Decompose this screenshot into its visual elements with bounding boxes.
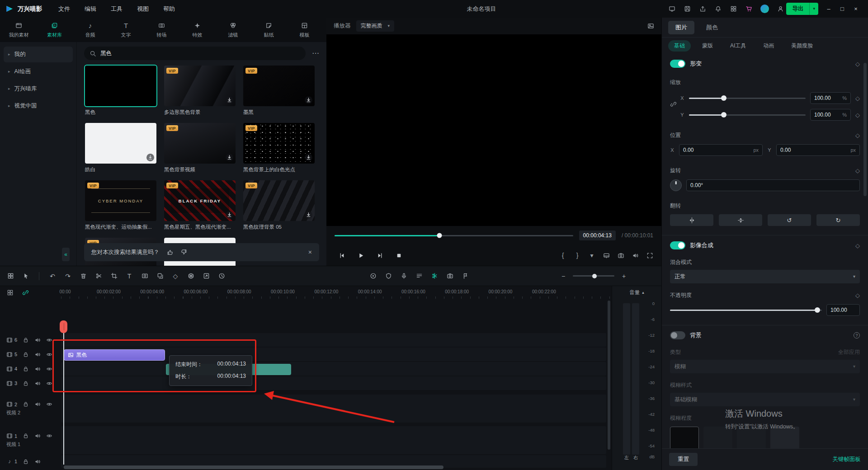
play-button[interactable]	[357, 252, 365, 259]
brace-out-icon[interactable]: }	[574, 252, 581, 259]
keyframe-icon[interactable]: ◇	[855, 112, 860, 118]
preview-image-icon[interactable]	[647, 23, 654, 29]
zoom-in-icon[interactable]: +	[620, 272, 628, 280]
blur-preset[interactable]	[703, 427, 732, 448]
speaker-icon[interactable]	[34, 380, 41, 386]
snapshot-icon[interactable]	[617, 252, 624, 259]
share-icon[interactable]	[699, 5, 707, 13]
position-y-input[interactable]: 0.00px	[776, 144, 860, 156]
media-item[interactable]: VIP 墨黑	[243, 66, 315, 116]
thumb-up-icon[interactable]	[166, 249, 174, 256]
bg-type-dropdown[interactable]: 模糊 ▾	[670, 360, 860, 373]
seek-handle[interactable]	[437, 233, 442, 238]
download-icon[interactable]	[226, 96, 233, 104]
tab-1[interactable]: 颜色	[699, 21, 725, 34]
shield-icon[interactable]	[385, 272, 393, 280]
eye-icon[interactable]	[46, 351, 52, 357]
zoom-out-icon[interactable]: −	[559, 272, 567, 280]
lock-icon[interactable]	[23, 401, 29, 408]
menu-item-3[interactable]: 视图	[137, 5, 149, 13]
prev-frame-button[interactable]	[338, 252, 346, 259]
speaker-icon[interactable]	[34, 337, 41, 343]
track-lane[interactable]	[61, 362, 606, 376]
media-item[interactable]: VIP 黑色背景上的白色光点	[243, 123, 315, 173]
lock-icon[interactable]	[23, 337, 29, 343]
lock-icon[interactable]	[23, 366, 29, 372]
text-tool-icon[interactable]: T	[125, 272, 133, 280]
marker-icon[interactable]	[462, 272, 470, 280]
track-lane[interactable]	[61, 333, 606, 347]
blur-style-dropdown[interactable]: 基础模糊 ▾	[670, 393, 860, 406]
media-tab-audio[interactable]: ♪ 音频	[72, 22, 108, 38]
timeline-ruler[interactable]: 00:0000:00:02:0000:00:04:0000:00:06:0000…	[61, 286, 612, 299]
mask-icon[interactable]	[141, 272, 149, 280]
redo-icon[interactable]: ↷	[64, 272, 72, 280]
speaker-icon[interactable]	[34, 433, 41, 439]
chevron-down-icon[interactable]: ▾	[588, 252, 595, 259]
scale-y-slider[interactable]	[689, 114, 806, 116]
position-x-input[interactable]: 0.00px	[679, 144, 763, 156]
link-scale-icon[interactable]	[670, 101, 677, 108]
scissors-icon[interactable]	[94, 272, 103, 280]
trash-icon[interactable]	[79, 272, 87, 280]
media-tab-stickers[interactable]: 贴纸	[251, 22, 287, 38]
blend-mode-dropdown[interactable]: 正常 ▾	[670, 270, 860, 283]
pan-zoom-icon[interactable]	[202, 272, 210, 280]
undo-icon[interactable]: ↶	[48, 272, 57, 280]
collapse-sidebar-button[interactable]: «	[62, 248, 70, 261]
zoom-slider[interactable]	[573, 275, 614, 277]
export-button[interactable]: 导出 ▾	[786, 3, 818, 15]
media-tab-my-media[interactable]: 我的素材	[1, 22, 37, 38]
search-input[interactable]: 黑色	[84, 47, 306, 60]
transform-toggle[interactable]	[670, 60, 685, 68]
preview-viewport[interactable]	[326, 34, 661, 226]
expand-icon[interactable]	[646, 252, 653, 259]
keyframe-icon[interactable]: ◇	[855, 61, 860, 67]
lock-icon[interactable]	[23, 433, 29, 439]
eye-icon[interactable]	[46, 366, 52, 372]
opacity-slider[interactable]	[670, 310, 822, 311]
quality-dropdown[interactable]: 完整画质 ▾	[356, 20, 395, 32]
tab-0[interactable]: 图片	[668, 21, 694, 34]
select-icon[interactable]	[22, 272, 30, 280]
keyframe-icon[interactable]: ◇	[855, 243, 860, 249]
download-icon[interactable]	[305, 211, 312, 219]
subtab-3[interactable]: 动画	[757, 40, 780, 52]
export-chevron-icon[interactable]: ▾	[809, 3, 818, 15]
media-item[interactable]: VIP 多边形黑色背景	[164, 66, 236, 116]
render-icon[interactable]	[369, 272, 377, 280]
background-toggle[interactable]	[670, 331, 685, 339]
speaker-icon[interactable]	[34, 458, 41, 465]
media-item[interactable]: VIP 黑色背景视频	[164, 123, 236, 173]
blur-preset[interactable]	[737, 427, 766, 448]
eye-icon[interactable]	[46, 401, 52, 408]
keyframe-icon[interactable]: ◇	[171, 272, 179, 280]
bell-icon[interactable]	[714, 5, 722, 13]
seek-bar[interactable]	[335, 235, 573, 236]
sidebar-item-2[interactable]: ▸ 万兴喵库	[4, 81, 73, 97]
next-frame-button[interactable]	[376, 252, 384, 259]
user-icon[interactable]	[777, 5, 784, 13]
rotation-input[interactable]: 0.00°	[686, 179, 860, 191]
flip-v-button[interactable]	[719, 214, 762, 226]
subtab-2[interactable]: AI工具	[724, 40, 752, 52]
timeline-horizontal-scrollbar[interactable]	[64, 465, 443, 469]
eye-icon[interactable]	[46, 380, 52, 386]
menu-item-1[interactable]: 编辑	[85, 5, 96, 13]
snapshot-icon[interactable]	[446, 272, 454, 280]
media-tab-templates[interactable]: 模板	[287, 22, 322, 38]
scale-x-input[interactable]: 100.00%	[810, 92, 851, 104]
monitor2-icon[interactable]	[603, 252, 610, 259]
keyframe-panel-button[interactable]: 关键帧面板	[833, 456, 861, 463]
sidebar-item-1[interactable]: ▸ AI绘画	[4, 64, 73, 80]
close-icon[interactable]: ×	[849, 3, 863, 15]
help-icon[interactable]: ?	[854, 332, 860, 338]
volume-dropdown[interactable]: 音量▴	[612, 289, 661, 296]
feedback-close-icon[interactable]: ×	[308, 249, 312, 255]
duplicate-icon[interactable]	[156, 272, 164, 280]
keyframe-icon[interactable]: ◇	[855, 292, 860, 298]
rotation-knob[interactable]	[670, 179, 682, 191]
menu-item-2[interactable]: 工具	[111, 5, 123, 13]
opacity-input[interactable]: 100.00	[826, 304, 860, 316]
keyframe-icon[interactable]: ◇	[855, 168, 860, 174]
